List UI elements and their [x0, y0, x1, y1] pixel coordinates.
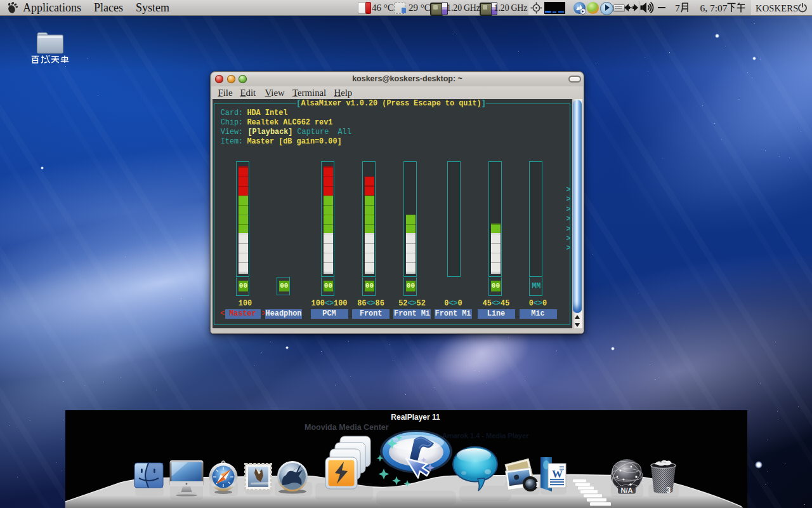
svg-text:3: 3	[666, 485, 671, 495]
svg-text:N/A: N/A	[621, 486, 633, 494]
